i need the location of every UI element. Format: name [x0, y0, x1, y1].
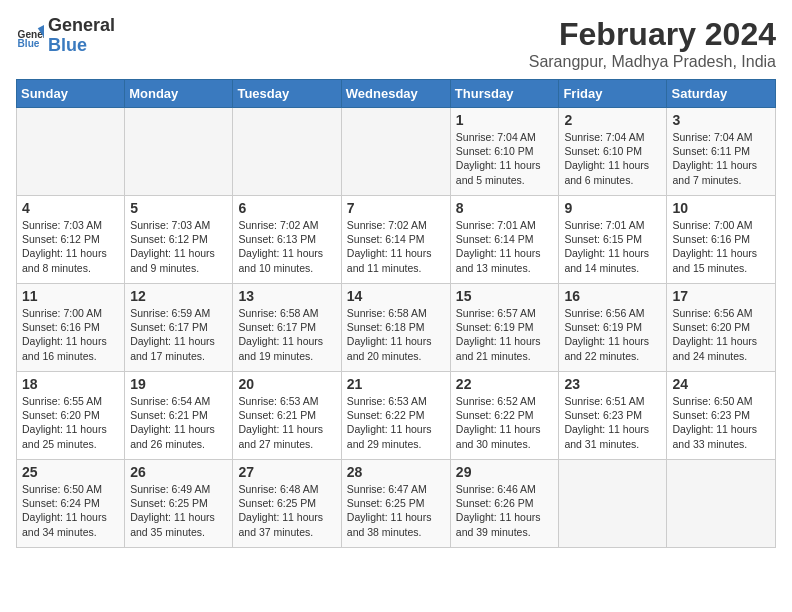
calendar-cell: 9Sunrise: 7:01 AM Sunset: 6:15 PM Daylig… — [559, 196, 667, 284]
title-area: February 2024 Sarangpur, Madhya Pradesh,… — [529, 16, 776, 71]
day-number: 13 — [238, 288, 335, 304]
day-info: Sunrise: 6:54 AM Sunset: 6:21 PM Dayligh… — [130, 394, 227, 451]
calendar-cell: 5Sunrise: 7:03 AM Sunset: 6:12 PM Daylig… — [125, 196, 233, 284]
calendar-cell — [17, 108, 125, 196]
day-header-saturday: Saturday — [667, 80, 776, 108]
calendar-cell: 6Sunrise: 7:02 AM Sunset: 6:13 PM Daylig… — [233, 196, 341, 284]
logo-blue-text: Blue — [48, 36, 115, 56]
day-number: 24 — [672, 376, 770, 392]
day-info: Sunrise: 7:00 AM Sunset: 6:16 PM Dayligh… — [22, 306, 119, 363]
calendar-cell: 21Sunrise: 6:53 AM Sunset: 6:22 PM Dayli… — [341, 372, 450, 460]
calendar-cell — [341, 108, 450, 196]
day-number: 7 — [347, 200, 445, 216]
calendar-table: SundayMondayTuesdayWednesdayThursdayFrid… — [16, 79, 776, 548]
day-number: 23 — [564, 376, 661, 392]
calendar-cell: 15Sunrise: 6:57 AM Sunset: 6:19 PM Dayli… — [450, 284, 559, 372]
svg-text:Blue: Blue — [18, 38, 40, 49]
day-info: Sunrise: 6:51 AM Sunset: 6:23 PM Dayligh… — [564, 394, 661, 451]
day-header-thursday: Thursday — [450, 80, 559, 108]
day-number: 6 — [238, 200, 335, 216]
calendar-header-row: SundayMondayTuesdayWednesdayThursdayFrid… — [17, 80, 776, 108]
calendar-cell: 4Sunrise: 7:03 AM Sunset: 6:12 PM Daylig… — [17, 196, 125, 284]
calendar-week-row: 25Sunrise: 6:50 AM Sunset: 6:24 PM Dayli… — [17, 460, 776, 548]
calendar-cell — [125, 108, 233, 196]
calendar-cell: 13Sunrise: 6:58 AM Sunset: 6:17 PM Dayli… — [233, 284, 341, 372]
day-number: 9 — [564, 200, 661, 216]
day-number: 3 — [672, 112, 770, 128]
day-number: 5 — [130, 200, 227, 216]
day-number: 4 — [22, 200, 119, 216]
calendar-cell: 7Sunrise: 7:02 AM Sunset: 6:14 PM Daylig… — [341, 196, 450, 284]
calendar-cell: 14Sunrise: 6:58 AM Sunset: 6:18 PM Dayli… — [341, 284, 450, 372]
day-header-sunday: Sunday — [17, 80, 125, 108]
day-info: Sunrise: 6:57 AM Sunset: 6:19 PM Dayligh… — [456, 306, 554, 363]
day-info: Sunrise: 7:01 AM Sunset: 6:14 PM Dayligh… — [456, 218, 554, 275]
day-number: 17 — [672, 288, 770, 304]
day-number: 15 — [456, 288, 554, 304]
logo: General Blue General Blue — [16, 16, 115, 56]
location-subtitle: Sarangpur, Madhya Pradesh, India — [529, 53, 776, 71]
calendar-cell: 8Sunrise: 7:01 AM Sunset: 6:14 PM Daylig… — [450, 196, 559, 284]
calendar-cell: 1Sunrise: 7:04 AM Sunset: 6:10 PM Daylig… — [450, 108, 559, 196]
day-number: 1 — [456, 112, 554, 128]
calendar-cell: 19Sunrise: 6:54 AM Sunset: 6:21 PM Dayli… — [125, 372, 233, 460]
calendar-cell: 16Sunrise: 6:56 AM Sunset: 6:19 PM Dayli… — [559, 284, 667, 372]
day-number: 8 — [456, 200, 554, 216]
calendar-week-row: 4Sunrise: 7:03 AM Sunset: 6:12 PM Daylig… — [17, 196, 776, 284]
day-info: Sunrise: 7:04 AM Sunset: 6:10 PM Dayligh… — [564, 130, 661, 187]
day-number: 16 — [564, 288, 661, 304]
calendar-cell: 26Sunrise: 6:49 AM Sunset: 6:25 PM Dayli… — [125, 460, 233, 548]
day-info: Sunrise: 6:59 AM Sunset: 6:17 PM Dayligh… — [130, 306, 227, 363]
day-info: Sunrise: 6:56 AM Sunset: 6:19 PM Dayligh… — [564, 306, 661, 363]
calendar-cell: 3Sunrise: 7:04 AM Sunset: 6:11 PM Daylig… — [667, 108, 776, 196]
day-info: Sunrise: 7:02 AM Sunset: 6:14 PM Dayligh… — [347, 218, 445, 275]
calendar-cell: 25Sunrise: 6:50 AM Sunset: 6:24 PM Dayli… — [17, 460, 125, 548]
logo-general-text: General — [48, 16, 115, 36]
calendar-week-row: 11Sunrise: 7:00 AM Sunset: 6:16 PM Dayli… — [17, 284, 776, 372]
logo-icon: General Blue — [16, 22, 44, 50]
calendar-cell: 20Sunrise: 6:53 AM Sunset: 6:21 PM Dayli… — [233, 372, 341, 460]
day-info: Sunrise: 6:47 AM Sunset: 6:25 PM Dayligh… — [347, 482, 445, 539]
day-info: Sunrise: 6:56 AM Sunset: 6:20 PM Dayligh… — [672, 306, 770, 363]
day-number: 20 — [238, 376, 335, 392]
calendar-cell: 12Sunrise: 6:59 AM Sunset: 6:17 PM Dayli… — [125, 284, 233, 372]
day-number: 21 — [347, 376, 445, 392]
day-info: Sunrise: 6:55 AM Sunset: 6:20 PM Dayligh… — [22, 394, 119, 451]
calendar-cell: 18Sunrise: 6:55 AM Sunset: 6:20 PM Dayli… — [17, 372, 125, 460]
calendar-cell: 27Sunrise: 6:48 AM Sunset: 6:25 PM Dayli… — [233, 460, 341, 548]
calendar-cell: 17Sunrise: 6:56 AM Sunset: 6:20 PM Dayli… — [667, 284, 776, 372]
calendar-week-row: 18Sunrise: 6:55 AM Sunset: 6:20 PM Dayli… — [17, 372, 776, 460]
day-info: Sunrise: 6:48 AM Sunset: 6:25 PM Dayligh… — [238, 482, 335, 539]
day-number: 26 — [130, 464, 227, 480]
day-info: Sunrise: 6:50 AM Sunset: 6:24 PM Dayligh… — [22, 482, 119, 539]
calendar-cell: 23Sunrise: 6:51 AM Sunset: 6:23 PM Dayli… — [559, 372, 667, 460]
calendar-cell: 28Sunrise: 6:47 AM Sunset: 6:25 PM Dayli… — [341, 460, 450, 548]
day-number: 25 — [22, 464, 119, 480]
day-info: Sunrise: 6:58 AM Sunset: 6:17 PM Dayligh… — [238, 306, 335, 363]
day-info: Sunrise: 6:53 AM Sunset: 6:21 PM Dayligh… — [238, 394, 335, 451]
day-number: 2 — [564, 112, 661, 128]
calendar-cell — [667, 460, 776, 548]
calendar-cell: 22Sunrise: 6:52 AM Sunset: 6:22 PM Dayli… — [450, 372, 559, 460]
day-info: Sunrise: 7:04 AM Sunset: 6:11 PM Dayligh… — [672, 130, 770, 187]
day-info: Sunrise: 6:53 AM Sunset: 6:22 PM Dayligh… — [347, 394, 445, 451]
day-number: 11 — [22, 288, 119, 304]
day-info: Sunrise: 7:00 AM Sunset: 6:16 PM Dayligh… — [672, 218, 770, 275]
day-header-friday: Friday — [559, 80, 667, 108]
calendar-cell — [233, 108, 341, 196]
day-number: 27 — [238, 464, 335, 480]
day-number: 19 — [130, 376, 227, 392]
day-header-wednesday: Wednesday — [341, 80, 450, 108]
page-header: General Blue General Blue February 2024 … — [16, 16, 776, 71]
day-number: 12 — [130, 288, 227, 304]
day-info: Sunrise: 7:03 AM Sunset: 6:12 PM Dayligh… — [22, 218, 119, 275]
day-info: Sunrise: 7:02 AM Sunset: 6:13 PM Dayligh… — [238, 218, 335, 275]
day-header-tuesday: Tuesday — [233, 80, 341, 108]
day-info: Sunrise: 6:58 AM Sunset: 6:18 PM Dayligh… — [347, 306, 445, 363]
day-info: Sunrise: 6:46 AM Sunset: 6:26 PM Dayligh… — [456, 482, 554, 539]
day-number: 14 — [347, 288, 445, 304]
day-number: 10 — [672, 200, 770, 216]
day-header-monday: Monday — [125, 80, 233, 108]
month-year-title: February 2024 — [529, 16, 776, 53]
day-info: Sunrise: 6:49 AM Sunset: 6:25 PM Dayligh… — [130, 482, 227, 539]
